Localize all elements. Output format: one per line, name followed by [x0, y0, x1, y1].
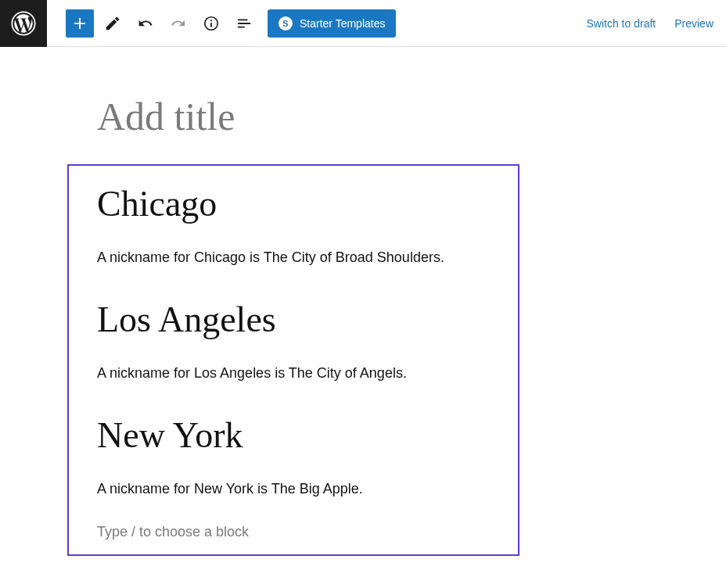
svg-rect-3 — [210, 23, 212, 27]
editor-toolbar: S Starter Templates Switch to draft Prev… — [0, 0, 726, 47]
svg-point-2 — [210, 20, 212, 21]
starter-templates-button[interactable]: S Starter Templates — [268, 9, 396, 38]
redo-button[interactable] — [164, 9, 192, 38]
preview-link[interactable]: Preview — [674, 17, 713, 30]
heading-block[interactable]: Chicago — [97, 183, 490, 224]
redo-icon — [170, 15, 187, 32]
add-block-button[interactable] — [66, 9, 94, 38]
selected-block-group[interactable]: Chicago A nickname for Chicago is The Ci… — [67, 164, 519, 556]
paragraph-block[interactable]: A nickname for Chicago is The City of Br… — [97, 249, 490, 266]
heading-block[interactable]: Los Angeles — [97, 299, 490, 340]
edit-mode-button[interactable] — [99, 9, 127, 38]
outline-button[interactable] — [230, 9, 258, 38]
starter-templates-label: Starter Templates — [300, 17, 385, 30]
toolbar-right-group: Switch to draft Preview — [587, 17, 714, 30]
undo-button[interactable] — [131, 9, 160, 38]
wordpress-icon — [11, 11, 36, 36]
list-view-icon — [235, 15, 253, 32]
details-button[interactable] — [197, 9, 225, 38]
plus-icon — [70, 14, 89, 33]
new-block-prompt[interactable]: Type / to choose a block — [97, 524, 490, 540]
info-icon — [203, 15, 220, 32]
toolbar-tools-group: S Starter Templates — [66, 9, 396, 38]
heading-block[interactable]: New York — [97, 414, 490, 456]
switch-to-draft-link[interactable]: Switch to draft — [587, 17, 656, 30]
paragraph-block[interactable]: A nickname for Los Angeles is The City o… — [97, 365, 490, 382]
starter-templates-icon: S — [279, 16, 293, 30]
undo-icon — [137, 15, 154, 32]
wordpress-logo[interactable] — [0, 0, 47, 47]
post-title-input[interactable]: Add title — [97, 94, 726, 139]
pencil-icon — [104, 15, 121, 32]
editor-content-area: Add title Chicago A nickname for Chicago… — [0, 47, 726, 587]
paragraph-block[interactable]: A nickname for New York is The Big Apple… — [97, 481, 490, 497]
